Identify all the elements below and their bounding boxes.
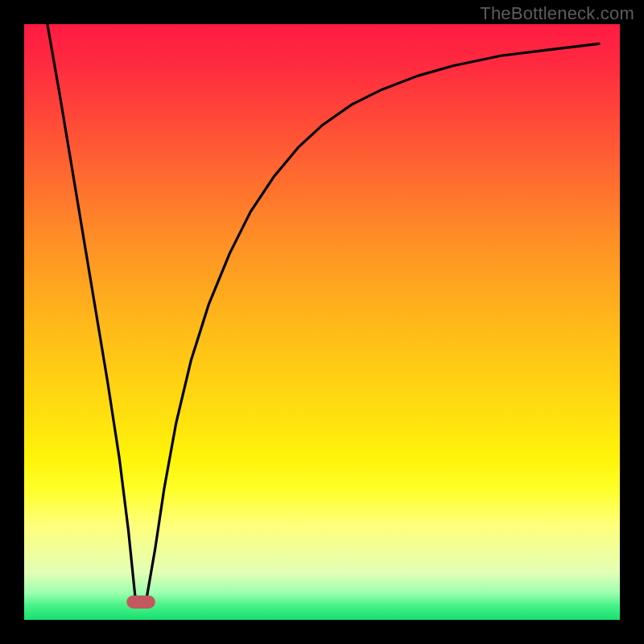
- optimum-marker: [126, 596, 155, 609]
- watermark: TheBottleneck.com: [480, 3, 634, 24]
- chart-plot-area: [24, 24, 620, 620]
- bottleneck-chart: [0, 0, 644, 644]
- chart-svg: [0, 0, 644, 644]
